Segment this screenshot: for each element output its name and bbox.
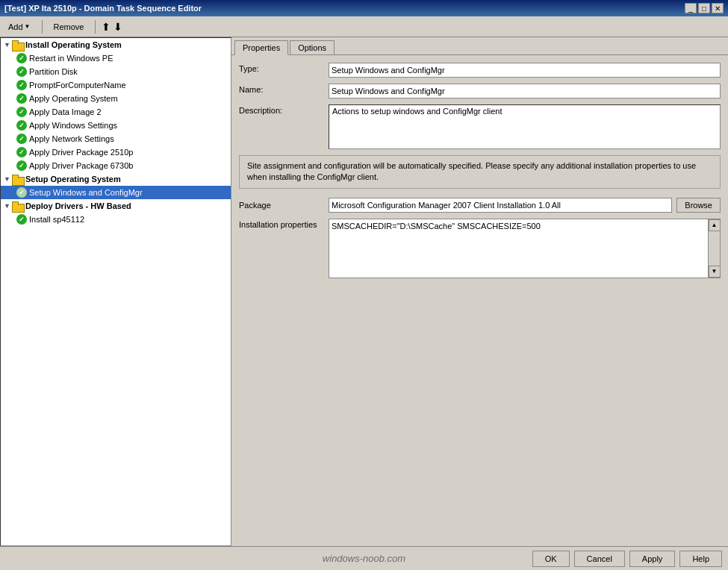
tree-item-apply-os-label: Apply Operating System	[29, 94, 118, 103]
tree-item-partition-label: Partition Disk	[29, 67, 78, 76]
tree-item-apply-drv2-label: Apply Driver Package 6730b	[29, 161, 133, 170]
window-title: [Test] XP Ita 2510p - Domain Task Sequen…	[4, 4, 202, 13]
expand-icon: ▼	[4, 202, 10, 210]
folder-icon	[12, 39, 24, 51]
check-icon: ✓	[16, 106, 28, 118]
install-props-label: Installation properties	[239, 219, 329, 229]
group-setup-os-label: Setup Operating System	[25, 175, 121, 184]
tree-item-apply-drv2[interactable]: ✓ Apply Driver Package 6730b	[1, 159, 231, 172]
check-icon: ✓	[16, 133, 28, 145]
remove-button[interactable]: Remove	[49, 20, 90, 34]
expand-icon: ▼	[4, 41, 10, 48]
description-label: Description:	[239, 104, 329, 115]
folder-icon	[12, 200, 24, 212]
tree-item-partition[interactable]: ✓ Partition Disk	[1, 65, 231, 78]
properties-panel: Type: Name: Description: Site assignment…	[231, 55, 728, 546]
scroll-up-button[interactable]: ▲	[709, 219, 721, 231]
install-props-textarea[interactable]	[329, 219, 708, 278]
tree-item-apply-net-label: Apply Network Settings	[29, 134, 114, 143]
add-button[interactable]: Add ▼	[3, 20, 36, 34]
browse-button[interactable]: Browse	[676, 198, 721, 213]
tree-item-apply-drv1[interactable]: ✓ Apply Driver Package 2510p	[1, 145, 231, 159]
check-icon: ✓	[16, 160, 28, 172]
ok-button[interactable]: OK	[532, 551, 570, 567]
scroll-track	[709, 231, 720, 266]
tree-item-setup-win-label: Setup Windows and ConfigMgr	[29, 188, 143, 197]
tree-item-apply-drv1-label: Apply Driver Package 2510p	[29, 148, 133, 157]
tree-item-prompt[interactable]: ✓ PromptForComputerName	[1, 78, 231, 92]
type-row: Type:	[239, 63, 721, 78]
toolbar: Add ▼ Remove ⬆ ⬇	[0, 16, 728, 37]
check-icon: ✓	[16, 119, 28, 131]
scrollbar-vertical[interactable]: ▲ ▼	[708, 219, 720, 278]
tree-item-setup-win[interactable]: ✓ Setup Windows and ConfigMgr	[1, 186, 231, 199]
tree-item-install-sp-label: Install sp45112	[29, 215, 84, 224]
tree-item-apply-win-label: Apply Windows Settings	[29, 121, 117, 130]
tree-item-apply-data[interactable]: ✓ Apply Data Image 2	[1, 105, 231, 119]
install-props-row: Installation properties ▲ ▼	[239, 219, 721, 278]
type-label: Type:	[239, 63, 329, 73]
group-deploy-drivers[interactable]: ▼ Deploy Drivers - HW Based	[1, 199, 231, 213]
toolbar-separator-2	[95, 20, 96, 34]
title-bar-buttons: _ □ ✕	[685, 3, 724, 13]
tree-item-restart-label: Restart in Windows PE	[29, 54, 113, 63]
name-input[interactable]	[329, 84, 721, 98]
right-panel: Properties Options Type: Name: Descripti…	[231, 37, 728, 546]
package-label: Package	[239, 201, 329, 210]
main-area: ▼ Install Operating System ✓ Restart in …	[0, 37, 728, 546]
apply-button[interactable]: Apply	[629, 551, 676, 567]
tree-item-install-sp[interactable]: ✓ Install sp45112	[1, 213, 231, 226]
tree-item-restart[interactable]: ✓ Restart in Windows PE	[1, 51, 231, 65]
type-input[interactable]	[329, 63, 721, 78]
install-props-wrap: ▲ ▼	[329, 219, 721, 278]
tree-item-apply-data-label: Apply Data Image 2	[29, 107, 102, 116]
expand-icon: ▼	[4, 175, 10, 183]
group-install-os[interactable]: ▼ Install Operating System	[1, 38, 231, 51]
check-icon: ✓	[16, 93, 28, 104]
bottom-bar: windows-noob.com OK Cancel Apply Help	[0, 546, 728, 570]
info-box: Site assignment and configuration will b…	[239, 155, 721, 189]
check-icon: ✓	[16, 213, 28, 225]
tabs: Properties Options	[231, 37, 728, 55]
folder-icon	[12, 173, 24, 185]
package-input[interactable]	[329, 198, 672, 213]
tree-item-prompt-label: PromptForComputerName	[29, 81, 126, 90]
toolbar-separator	[42, 20, 43, 34]
toolbar-icon-1: ⬆	[102, 21, 111, 33]
check-icon: ✓	[16, 146, 28, 158]
check-icon: ✓	[16, 66, 28, 78]
toolbar-icon-2: ⬇	[113, 21, 122, 33]
group-deploy-drivers-label: Deploy Drivers - HW Based	[25, 201, 131, 210]
cancel-button[interactable]: Cancel	[574, 551, 625, 567]
tab-properties[interactable]: Properties	[234, 40, 288, 55]
tree-item-apply-win[interactable]: ✓ Apply Windows Settings	[1, 119, 231, 132]
check-icon: ✓	[16, 79, 28, 91]
scroll-down-button[interactable]: ▼	[709, 266, 721, 278]
tree-item-apply-os[interactable]: ✓ Apply Operating System	[1, 92, 231, 105]
description-row: Description:	[239, 104, 721, 149]
tab-options[interactable]: Options	[290, 40, 335, 54]
description-textarea[interactable]	[329, 104, 721, 149]
close-button[interactable]: ✕	[712, 3, 724, 13]
dropdown-arrow-icon: ▼	[25, 23, 31, 30]
minimize-button[interactable]: _	[685, 3, 697, 13]
group-install-os-label: Install Operating System	[25, 40, 122, 49]
watermark: windows-noob.com	[323, 553, 405, 564]
group-setup-os[interactable]: ▼ Setup Operating System	[1, 172, 231, 186]
tree-item-apply-net[interactable]: ✓ Apply Network Settings	[1, 132, 231, 145]
info-text: Site assignment and configuration will b…	[247, 161, 696, 181]
check-icon: ✓	[16, 187, 28, 198]
name-row: Name:	[239, 84, 721, 98]
maximize-button[interactable]: □	[698, 3, 710, 13]
check-icon: ✓	[16, 52, 28, 64]
title-bar: [Test] XP Ita 2510p - Domain Task Sequen…	[0, 0, 728, 16]
help-button[interactable]: Help	[679, 551, 722, 567]
package-row: Package Browse	[239, 198, 721, 213]
tree-panel[interactable]: ▼ Install Operating System ✓ Restart in …	[0, 37, 231, 546]
name-label: Name:	[239, 84, 329, 94]
